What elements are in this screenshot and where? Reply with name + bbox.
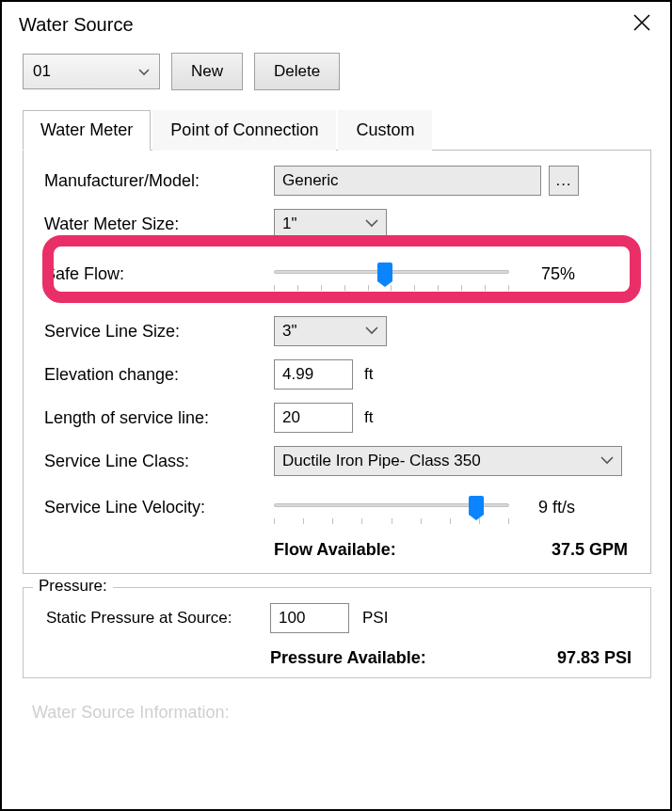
manufacturer-label: Manufacturer/Model: <box>40 171 274 191</box>
service-line-size-label: Service Line Size: <box>40 322 274 342</box>
safe-flow-value: 75% <box>522 264 575 284</box>
elevation-change-input[interactable] <box>274 359 353 390</box>
pressure-legend: Pressure: <box>33 577 113 596</box>
service-line-velocity-label: Service Line Velocity: <box>40 498 274 517</box>
static-pressure-label: Static Pressure at Source: <box>37 609 270 628</box>
chevron-down-icon <box>365 326 378 336</box>
id-dropdown[interactable]: 01 <box>23 54 160 89</box>
service-line-velocity-slider[interactable] <box>274 494 509 520</box>
elevation-unit: ft <box>364 365 373 384</box>
chevron-down-icon <box>365 219 378 229</box>
manufacturer-browse-button[interactable]: ... <box>549 166 579 196</box>
manufacturer-input[interactable]: Generic <box>274 166 541 196</box>
safe-flow-slider[interactable] <box>274 261 509 287</box>
flow-available-value: 37.5 GPM <box>552 540 633 560</box>
service-line-class-label: Service Line Class: <box>40 452 274 471</box>
dialog-title: Water Source <box>19 14 134 36</box>
service-line-size-value: 3" <box>282 322 297 341</box>
tab-water-meter[interactable]: Water Meter <box>23 110 151 151</box>
length-of-service-label: Length of service line: <box>40 408 274 428</box>
service-line-velocity-value: 9 ft/s <box>522 498 575 517</box>
chevron-down-icon <box>600 456 614 466</box>
id-dropdown-value: 01 <box>33 62 51 81</box>
safe-flow-label: Safe Flow: <box>40 264 274 284</box>
delete-button[interactable]: Delete <box>254 53 340 90</box>
pressure-available-value: 97.83 PSI <box>557 648 637 668</box>
water-source-information-label: Water Source Information: <box>23 703 651 723</box>
service-line-class-select[interactable]: Ductile Iron Pipe- Class 350 <box>274 446 622 476</box>
length-of-service-input[interactable] <box>274 403 353 433</box>
elevation-change-label: Elevation change: <box>40 365 274 385</box>
meter-size-value: 1" <box>282 215 297 233</box>
tab-point-of-connection[interactable]: Point of Connection <box>152 110 336 151</box>
meter-size-select[interactable]: 1" <box>274 209 387 239</box>
length-unit: ft <box>364 408 373 427</box>
pressure-available-label: Pressure Available: <box>270 648 426 668</box>
flow-available-label: Flow Available: <box>274 540 396 560</box>
static-pressure-unit: PSI <box>362 609 388 628</box>
new-button[interactable]: New <box>171 53 243 90</box>
service-line-size-select[interactable]: 3" <box>274 316 387 346</box>
meter-size-label: Water Meter Size: <box>40 215 274 234</box>
close-button[interactable] <box>632 13 651 36</box>
tab-custom[interactable]: Custom <box>338 110 432 151</box>
chevron-down-icon <box>138 64 150 79</box>
service-line-class-value: Ductile Iron Pipe- Class 350 <box>282 452 481 470</box>
static-pressure-input[interactable] <box>270 603 349 633</box>
slider-thumb-icon[interactable] <box>469 496 484 515</box>
slider-thumb-icon[interactable] <box>377 262 392 281</box>
